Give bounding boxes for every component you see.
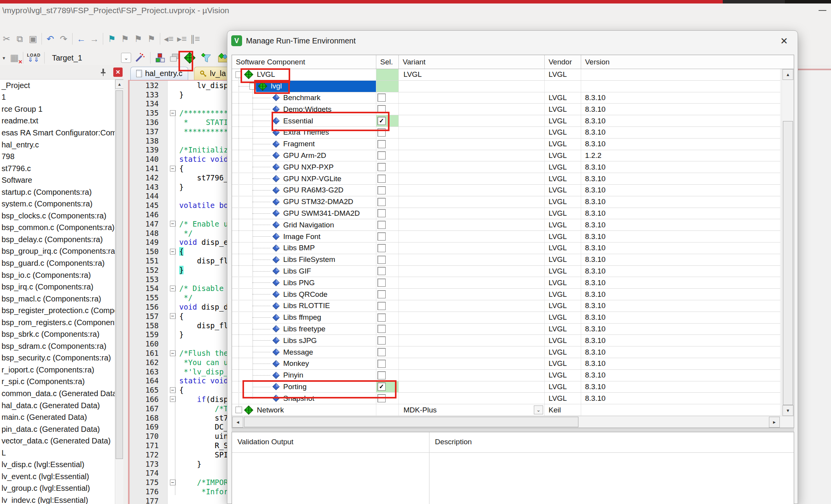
sel-cell[interactable]: ✓ [376, 69, 399, 80]
undo-icon[interactable]: ↶ [44, 33, 57, 45]
project-tree-item[interactable]: bsp_delay.c (Components:ra) [0, 234, 115, 246]
project-tree-item[interactable]: lv_disp.c (lvgl:Essential) [0, 459, 115, 471]
checkbox[interactable]: ✓ [377, 336, 386, 345]
project-tree-item[interactable]: bsp_guard.c (Components:ra) [0, 257, 115, 269]
checkbox[interactable]: ✓ [377, 209, 386, 217]
sel-cell[interactable]: ✓ [376, 254, 399, 265]
checkbox[interactable]: ✓ [377, 221, 386, 229]
project-tree-item[interactable]: Software [0, 174, 115, 186]
variant-cell[interactable]: ⌄ [399, 139, 545, 150]
project-tree-item[interactable]: L [0, 447, 115, 459]
comment-icon[interactable]: ∥≡ [189, 33, 202, 45]
variant-cell[interactable]: ⌄ [399, 346, 545, 358]
component-row[interactable]: Message ✓ ⌄ LVGL 8.3.10 [232, 346, 781, 358]
variant-cell[interactable]: ⌄ [399, 242, 545, 254]
checkbox[interactable]: ✓ [377, 140, 386, 148]
dialog-close-icon[interactable]: ✕ [777, 35, 791, 48]
variant-cell[interactable]: ⌄ [399, 127, 545, 138]
sel-cell[interactable]: ✓ [376, 266, 399, 277]
project-tree-item[interactable]: _Project [0, 80, 115, 92]
bookmark-prev-icon[interactable]: ⚑ [118, 33, 132, 45]
configure-wand-icon[interactable] [131, 52, 148, 64]
toolbar-overflow-icon[interactable]: ▾ [0, 52, 8, 64]
sel-cell[interactable]: ✓ [376, 81, 399, 92]
sel-cell[interactable]: ✓ [376, 139, 399, 150]
variant-cell[interactable]: LVGL ⌄ [399, 69, 545, 80]
project-tree-item[interactable]: hal_data.c (Generated Data) [0, 400, 115, 412]
pin-icon[interactable] [99, 68, 107, 76]
sel-cell[interactable]: ✓ [376, 381, 399, 393]
scroll-right-icon[interactable]: ► [769, 417, 780, 428]
component-row[interactable]: Benchmark ✓ ⌄ LVGL 8.3.10 [232, 92, 781, 104]
variant-cell[interactable]: ⌄ [399, 150, 545, 161]
component-row[interactable]: Libs BMP ✓ ⌄ LVGL 8.3.10 [232, 242, 781, 254]
component-row[interactable]: Demo:Widgets ✓ ⌄ LVGL 8.3.10 [232, 104, 781, 115]
project-tree-item[interactable]: r_spi.c (Components:ra) [0, 376, 115, 388]
checkbox[interactable]: ✓ [377, 371, 386, 379]
column-header-version[interactable]: Version [581, 55, 794, 69]
component-row[interactable]: Libs PNG ✓ ⌄ LVGL 8.3.10 [232, 277, 781, 289]
minimize-button[interactable] [819, 10, 826, 11]
project-tree-item[interactable]: bsp_group_irq.c (Components:ra) [0, 246, 115, 258]
project-tree-item[interactable]: readme.txt [0, 115, 115, 127]
component-row[interactable]: Porting ✓ ⌄ LVGL 8.3.10 [232, 381, 781, 393]
project-tree-item[interactable]: startup.c (Components:ra) [0, 186, 115, 198]
variant-cell[interactable]: MDK-Plus ⌄ [399, 404, 545, 416]
component-row[interactable]: lvgl ✓ ⌄ [232, 81, 781, 92]
expand-box-icon[interactable] [235, 407, 242, 413]
scrollbar-thumb[interactable] [783, 121, 793, 405]
variant-cell[interactable]: ⌄ [399, 231, 545, 242]
sel-cell[interactable]: ✓ [376, 231, 399, 242]
variant-cell[interactable]: ⌄ [399, 324, 545, 335]
checkbox[interactable]: ✓ [377, 383, 386, 391]
project-tree-item[interactable]: bsp_io.c (Components:ra) [0, 269, 115, 281]
scroll-down-icon[interactable]: ▼ [783, 405, 793, 416]
sel-cell[interactable]: ✓ [376, 300, 399, 312]
expand-box-icon[interactable] [235, 71, 242, 78]
target-select-combobox[interactable]: Target_1 [52, 54, 118, 62]
checkbox[interactable]: ✓ [377, 302, 386, 310]
project-tree-item[interactable]: bsp_sbrk.c (Components:ra) [0, 328, 115, 340]
bookmark-next-icon[interactable]: ⚑ [132, 33, 145, 45]
project-tree-item[interactable]: hal_entry.c [0, 139, 115, 151]
component-row[interactable]: Essential ✓ ⌄ LVGL 8.3.10 [232, 115, 781, 127]
checkbox[interactable]: ✓ [377, 256, 386, 264]
project-tree-scrollbar[interactable]: ▲ [115, 80, 123, 504]
sel-cell[interactable]: ✓ [376, 335, 399, 346]
variant-cell[interactable]: ⌄ [399, 173, 545, 184]
sel-cell[interactable]: ✓ [376, 277, 399, 288]
variant-cell[interactable]: ⌄ [399, 104, 545, 115]
checkbox[interactable]: ✓ [377, 94, 386, 102]
indent-icon[interactable]: ▸≡ [175, 33, 189, 45]
sel-cell[interactable]: ✓ [376, 185, 399, 196]
component-row[interactable]: Libs RLOTTIE ✓ ⌄ LVGL 8.3.10 [232, 300, 781, 312]
dialog-splitter[interactable] [232, 428, 794, 432]
sel-cell[interactable]: ✓ [376, 404, 399, 416]
checkbox[interactable]: ✓ [377, 348, 386, 356]
bookmark-clear-icon[interactable]: ⚑ [145, 33, 158, 45]
project-tree-item[interactable]: lv_group.c (lvgl:Essential) [0, 483, 115, 495]
checkbox[interactable]: ✓ [377, 175, 386, 183]
table-vertical-scrollbar[interactable]: ▲ ▼ [781, 69, 794, 416]
sel-cell[interactable]: ✓ [376, 219, 399, 230]
variant-cell[interactable]: ⌄ [399, 277, 545, 288]
table-horizontal-scrollbar[interactable]: ◄ ► [232, 416, 794, 428]
close-panel-button[interactable]: ✕ [113, 68, 123, 77]
project-tree-item[interactable]: bsp_clocks.c (Components:ra) [0, 210, 115, 222]
simulator-grid-icon[interactable]: ▦✕ [8, 52, 21, 64]
sel-cell[interactable]: ✓ [376, 370, 399, 381]
variant-cell[interactable]: ⌄ [399, 335, 545, 346]
variant-cell[interactable]: ⌄ [399, 266, 545, 277]
sel-cell[interactable]: ✓ [376, 242, 399, 254]
checkbox[interactable]: ✓ [377, 394, 386, 402]
project-tree-item[interactable]: bsp_register_protection.c (Componer [0, 305, 115, 317]
variant-cell[interactable]: ⌄ [399, 312, 545, 323]
sel-cell[interactable]: ✓ [376, 393, 399, 404]
sel-cell[interactable]: ✓ [376, 208, 399, 219]
project-tree-item[interactable]: vector_data.c (Generated Data) [0, 435, 115, 447]
checkbox[interactable]: ✓ [377, 198, 386, 206]
sel-cell[interactable]: ✓ [376, 358, 399, 369]
checkbox[interactable]: ✓ [377, 151, 386, 159]
component-row[interactable]: Grid Navigation ✓ ⌄ LVGL 8.3.10 [232, 219, 781, 231]
manage-rte-icon[interactable] [181, 52, 198, 64]
